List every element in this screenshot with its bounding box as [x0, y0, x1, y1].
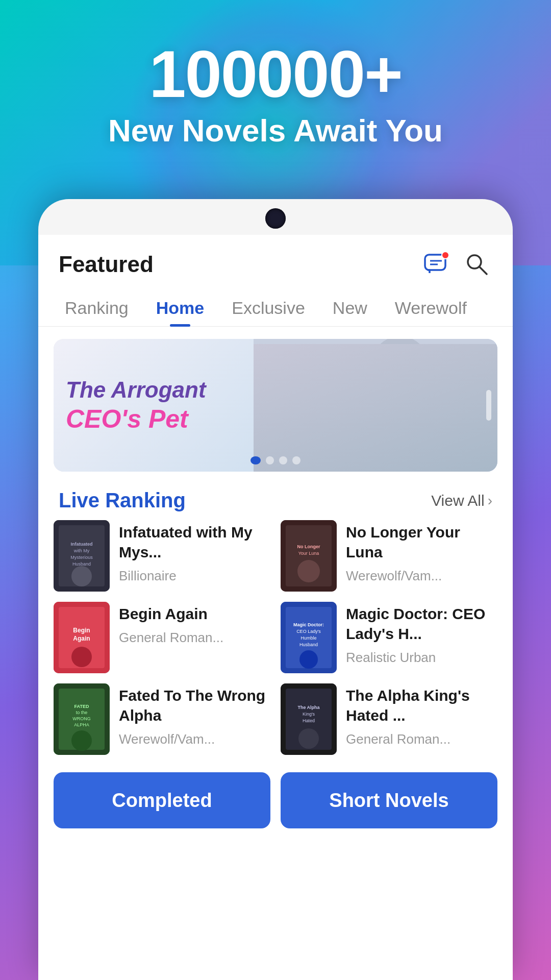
banner-title-line2: CEO's Pet: [66, 403, 206, 434]
svg-line-4: [480, 267, 487, 274]
svg-text:Magic Doctor:: Magic Doctor:: [293, 622, 324, 627]
svg-point-46: [298, 728, 319, 749]
svg-text:Humble: Humble: [300, 635, 316, 641]
book-item-6[interactable]: The Alpha King's Hated The Alpha King's …: [281, 683, 497, 755]
svg-text:Again: Again: [73, 635, 90, 642]
book-title-1: Infatuated with My Mys...: [119, 522, 270, 562]
svg-rect-9: [428, 393, 473, 467]
tab-werewolf[interactable]: Werewolf: [384, 290, 478, 326]
phone-container: Featured: [38, 199, 513, 980]
hero-subtitle: New Novels Await You: [0, 112, 551, 149]
svg-text:Infatuated: Infatuated: [70, 542, 92, 547]
hero-number: 100000+: [0, 41, 551, 107]
book-title-3: Begin Again: [119, 604, 270, 624]
book-cover-3: Begin Again: [54, 602, 110, 673]
banner-people-image: [254, 339, 498, 472]
banner-dot-4[interactable]: [292, 456, 300, 464]
search-button[interactable]: [462, 249, 492, 280]
tab-ranking[interactable]: Ranking: [54, 290, 140, 326]
book-grid: Infatuated with My Mysterious Husband In…: [38, 520, 513, 755]
banner-dots: [251, 456, 300, 464]
book-cover-4: Magic Doctor: CEO Lady's Humble Husband: [281, 602, 337, 673]
chevron-right-icon: ›: [488, 493, 492, 509]
svg-text:Begin: Begin: [73, 627, 90, 634]
book-genre-4: Realistic Urban: [346, 650, 497, 666]
tab-home[interactable]: Home: [145, 290, 215, 326]
banner-dot-1[interactable]: [251, 456, 261, 464]
book-info-1: Infatuated with My Mys... Billionaire: [119, 520, 270, 584]
tab-new[interactable]: New: [321, 290, 379, 326]
featured-banner[interactable]: The Arrogant CEO's Pet: [54, 339, 497, 472]
book-item-3[interactable]: Begin Again Begin Again General Roman...: [54, 602, 270, 673]
book-title-4: Magic Doctor: CEO Lady's H...: [346, 604, 497, 644]
svg-text:Husband: Husband: [72, 561, 91, 567]
svg-text:The Alpha: The Alpha: [297, 705, 320, 710]
header-icons: [421, 249, 492, 280]
book-title-5: Fated To The Wrong Alpha: [119, 685, 270, 725]
notification-dot: [441, 251, 449, 259]
svg-point-21: [297, 560, 320, 582]
svg-rect-7: [371, 389, 429, 471]
svg-point-16: [71, 566, 92, 586]
app-content: Featured: [38, 235, 513, 980]
svg-text:ALPHA: ALPHA: [74, 722, 89, 727]
svg-text:FATED: FATED: [74, 704, 89, 709]
view-all-button[interactable]: View All ›: [431, 492, 492, 509]
book-info-4: Magic Doctor: CEO Lady's H... Realistic …: [346, 602, 497, 666]
book-info-6: The Alpha King's Hated ... General Roman…: [346, 683, 497, 747]
svg-text:King's: King's: [303, 712, 315, 717]
book-genre-1: Billionaire: [119, 568, 270, 584]
book-cover-2: No Longer Your Luna: [281, 520, 337, 592]
hero-section: 100000+ New Novels Await You: [0, 41, 551, 149]
live-ranking-header: Live Ranking View All ›: [38, 484, 513, 520]
tabs-container: Ranking Home Exclusive New Werewolf: [38, 290, 513, 327]
book-cover-1: Infatuated with My Mysterious Husband: [54, 520, 110, 592]
svg-point-40: [71, 730, 92, 751]
banner-text: The Arrogant CEO's Pet: [66, 377, 206, 434]
chat-button[interactable]: [421, 249, 452, 280]
book-info-3: Begin Again General Roman...: [119, 602, 270, 646]
svg-text:CEO Lady's: CEO Lady's: [296, 629, 321, 634]
book-title-6: The Alpha King's Hated ...: [346, 685, 497, 725]
camera-notch: [265, 208, 286, 229]
svg-text:Mysterious: Mysterious: [70, 555, 93, 560]
book-genre-6: General Roman...: [346, 731, 497, 747]
completed-button[interactable]: Completed: [54, 772, 270, 828]
search-icon: [463, 251, 491, 278]
short-novels-button[interactable]: Short Novels: [281, 772, 497, 828]
banner-dot-3[interactable]: [279, 456, 287, 464]
book-genre-2: Werewolf/Vam...: [346, 568, 497, 584]
svg-point-26: [71, 647, 92, 667]
book-info-5: Fated To The Wrong Alpha Werewolf/Vam...: [119, 683, 270, 747]
bottom-buttons: Completed Short Novels: [38, 760, 513, 841]
svg-text:Your Luna: Your Luna: [298, 551, 319, 556]
svg-point-8: [426, 350, 471, 396]
banner-scroll-indicator: [486, 390, 491, 421]
svg-text:to the: to the: [76, 710, 88, 715]
app-header: Featured: [38, 235, 513, 290]
svg-text:with My: with My: [73, 548, 90, 553]
book-item-4[interactable]: Magic Doctor: CEO Lady's Humble Husband …: [281, 602, 497, 673]
view-all-label: View All: [431, 492, 485, 509]
book-genre-5: Werewolf/Vam...: [119, 731, 270, 747]
book-item-2[interactable]: No Longer Your Luna No Longer Your Luna …: [281, 520, 497, 592]
book-cover-5: FATED to the WRONG ALPHA: [54, 683, 110, 755]
tab-exclusive[interactable]: Exclusive: [220, 290, 316, 326]
banner-dot-2[interactable]: [266, 456, 274, 464]
svg-text:No Longer: No Longer: [297, 544, 320, 549]
book-info-2: No Longer Your Luna Werewolf/Vam...: [346, 520, 497, 584]
svg-text:WRONG: WRONG: [72, 716, 91, 721]
book-item-5[interactable]: FATED to the WRONG ALPHA Fated To The Wr…: [54, 683, 270, 755]
book-title-2: No Longer Your Luna: [346, 522, 497, 562]
book-item-1[interactable]: Infatuated with My Mysterious Husband In…: [54, 520, 270, 592]
book-genre-3: General Roman...: [119, 630, 270, 646]
svg-text:Hated: Hated: [303, 718, 315, 723]
svg-point-33: [299, 650, 318, 669]
page-title: Featured: [59, 252, 154, 277]
live-ranking-title: Live Ranking: [59, 489, 186, 512]
svg-point-6: [371, 339, 429, 393]
svg-rect-5: [254, 339, 498, 472]
svg-text:Husband: Husband: [299, 642, 318, 647]
banner-title-line1: The Arrogant: [66, 377, 206, 404]
book-cover-6: The Alpha King's Hated: [281, 683, 337, 755]
